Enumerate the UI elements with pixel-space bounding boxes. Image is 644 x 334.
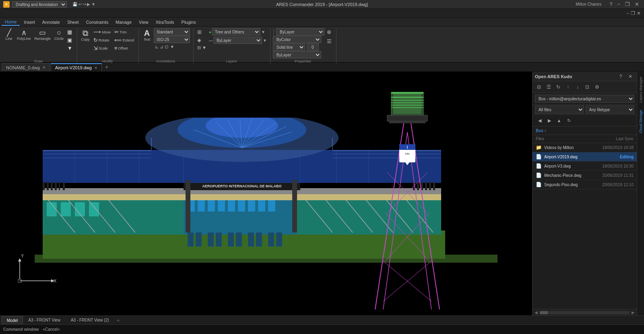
tab-model[interactable]: Model <box>2 316 23 324</box>
panel-help-btn[interactable]: ? <box>617 73 625 81</box>
dwg-icon-airportv3: 📄 <box>536 163 542 169</box>
file-sync-airportv2019: Editing <box>620 155 634 159</box>
workspace-select[interactable]: Drafting and Annotation <box>12 1 67 8</box>
props-col1: | ByLayer ByColor Solid line <box>273 28 324 58</box>
airport-tab-close[interactable]: ✕ <box>94 66 97 70</box>
linetype-select[interactable]: ByLayer <box>214 37 262 44</box>
sync-download-btn[interactable]: ↓ <box>574 83 582 91</box>
text-btn[interactable]: A Text <box>141 28 153 42</box>
filter-btn[interactable]: ⊟ <box>535 83 543 91</box>
move-btn[interactable]: ⟶Move <box>92 28 112 36</box>
panel-close-btn[interactable]: ✕ <box>626 73 634 81</box>
refresh-btn[interactable]: ↻ <box>554 83 562 91</box>
file-row-mechanic[interactable]: 📄 Mechanic-Piece.dwg 20/06/2019 11:31 <box>533 171 637 180</box>
help-btn[interactable]: ? <box>608 1 614 7</box>
nav-refresh-btn[interactable]: ↻ <box>565 116 573 124</box>
trim-icon: ✂ <box>114 29 119 35</box>
kudo-max[interactable]: ❐ <box>631 10 635 16</box>
menu-constraints[interactable]: Constraints <box>83 19 112 25</box>
kudo-close[interactable]: ✕ <box>637 10 641 16</box>
rectangle-btn[interactable]: ▭ Rectangle <box>33 28 52 41</box>
draw-buttons: ╱ Line ∧ PolyLine ▭ Rectangle ○ Circle ▦ <box>3 28 74 58</box>
file-row-airportv2019[interactable]: 📄 Airport-V2019.dwg Editing <box>533 152 637 162</box>
rectangle-icon: ▭ <box>39 29 46 36</box>
minimize-btn[interactable]: − <box>615 1 622 7</box>
ann-more-btn[interactable]: ⊾ ⊿ ⌬ ▼ <box>154 44 190 50</box>
gradient-btn[interactable]: ▣ <box>66 36 74 44</box>
menu-plugins[interactable]: Plugins <box>178 19 199 25</box>
scroll-track[interactable] <box>540 311 630 314</box>
dim-select[interactable]: ISO-25 <box>154 36 190 43</box>
layer-iso-btn[interactable]: ◈ <box>196 36 208 44</box>
tab-add-btn[interactable]: + <box>114 316 122 324</box>
file-filter-select[interactable]: All files <box>535 106 584 114</box>
menu-manage[interactable]: Manage <box>112 19 135 25</box>
layers-manager-tab[interactable]: Layers Manager <box>638 73 644 106</box>
noname-tab-close[interactable]: ✕ <box>42 65 45 70</box>
color-select[interactable]: ByLayer <box>276 28 324 35</box>
linestyle-select[interactable]: ByColor <box>273 36 321 43</box>
file-row-videos[interactable]: 📁 Videos by Milton 18/06/2019 18:38 <box>533 143 637 152</box>
menu-sheet[interactable]: Sheet <box>64 19 82 25</box>
tab-a3front2[interactable]: A3 - FRONT View (2) <box>66 316 114 324</box>
rotate-btn[interactable]: ↻Rotate <box>92 36 112 44</box>
file-row-airportv3[interactable]: 📄 Airport-V3.dwg 18/06/2019 16:30 <box>533 162 637 171</box>
svg-rect-103 <box>387 115 427 121</box>
doc-tab-noname[interactable]: NONAME_0.dwg ✕ <box>2 63 50 71</box>
menu-home[interactable]: Home <box>2 19 20 26</box>
doc-tab-add[interactable]: + <box>103 62 111 71</box>
layer-select[interactable]: Tree and Others <box>212 28 260 35</box>
layer-more-btn[interactable]: ⊟ ▼ <box>196 44 208 51</box>
panel-maximize-btn[interactable]: ⊡ <box>583 83 591 91</box>
menu-xtratools[interactable]: XtraTools <box>153 19 178 25</box>
nav-back-btn[interactable]: ◀ <box>536 116 544 124</box>
svg-text:Y: Y <box>21 253 24 258</box>
cloud-storage-tab[interactable]: Cloud Storage <box>638 107 644 137</box>
menu-insert[interactable]: Insert <box>21 19 38 25</box>
filetype-filter-select[interactable]: Any filetype <box>586 106 635 114</box>
draw-more-icon: ▼ <box>67 45 72 51</box>
layer-props-btn[interactable]: ⊞ <box>196 28 208 36</box>
kudo-min[interactable]: − <box>626 10 629 16</box>
line-btn[interactable]: ╱ Line <box>3 28 14 41</box>
titlebar-left: A Drafting and Annotation 💾 ↩ ↪ ▶ ▼ <box>3 1 95 8</box>
style-select[interactable]: Standard <box>154 28 190 35</box>
svg-rect-65 <box>208 232 214 247</box>
panel-settings-btn[interactable]: ⚙ <box>593 83 601 91</box>
hatch-btn[interactable]: ▦ <box>66 28 74 36</box>
offset-btn[interactable]: ≡Offset <box>113 44 135 52</box>
matchprop-btn[interactable]: ⊕ <box>326 28 333 36</box>
draw-more-btn[interactable]: ▼ <box>66 44 74 52</box>
noname-tab-label: NONAME_0.dwg <box>6 65 40 70</box>
main-area: AEROPUERTO INTERNACIONAL DE MALABO <box>0 72 644 315</box>
trim-btn[interactable]: ✂Trim <box>113 28 135 36</box>
nav-up-btn[interactable]: ▲ <box>555 116 563 124</box>
listview-btn[interactable]: ☰ <box>545 83 553 91</box>
polyline-btn[interactable]: ∧ PolyLine <box>16 28 32 41</box>
layers-col2: ● Tree and Others ▼ — ByLayer ▼ <box>209 28 267 44</box>
sync-upload-btn[interactable]: ↑ <box>564 83 572 91</box>
circle-btn[interactable]: ○ Circle <box>53 28 65 41</box>
nav-forward-btn[interactable]: ▶ <box>545 116 553 124</box>
lineweight-row: Solid line <box>273 44 324 51</box>
doc-tab-airport[interactable]: Airport-V2019.dwg ✕ <box>51 63 102 71</box>
extend-btn[interactable]: ⟸Extend <box>113 36 135 44</box>
account-select[interactable]: Box - milton@arquitecturadigital.es <box>535 95 634 103</box>
restore-btn[interactable]: ❐ <box>623 1 632 7</box>
copy-btn[interactable]: ⧉ Copy <box>80 28 91 42</box>
scale-btn[interactable]: ⇲Scale <box>92 44 112 52</box>
menu-view[interactable]: View <box>136 19 152 25</box>
canvas-area[interactable]: AEROPUERTO INTERNACIONAL DE MALABO <box>0 72 532 315</box>
properties-buttons: | ByLayer ByColor Solid line <box>273 28 333 58</box>
scroll-right-btn[interactable]: ▶ <box>630 310 636 315</box>
svg-line-86 <box>407 100 440 309</box>
layer-weight-select[interactable]: ByLayer <box>273 51 321 58</box>
close-btn[interactable]: ✕ <box>633 1 641 7</box>
lineweight-type-select[interactable]: Solid line <box>273 44 305 51</box>
menu-annotate[interactable]: Annotate <box>39 19 63 25</box>
scroll-left-btn[interactable]: ◀ <box>533 310 539 315</box>
lineweight-val[interactable] <box>307 44 319 51</box>
file-row-segundo[interactable]: 📄 Segundo Piso.dwg 20/06/2018 12:10 <box>533 180 637 189</box>
listedit-btn[interactable]: ☰ <box>326 37 333 45</box>
tab-a3front[interactable]: A3 - FRONT View <box>23 316 66 324</box>
